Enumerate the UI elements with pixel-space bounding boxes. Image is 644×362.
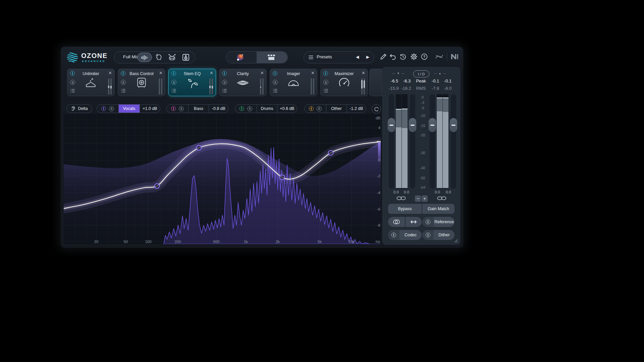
output-gain-right[interactable]: 0.0	[442, 190, 454, 194]
eq-band-node-2[interactable]	[197, 145, 201, 150]
eq-band-node-1[interactable]	[155, 184, 159, 188]
module-card-maximizer[interactable]: Maximizer×S	[320, 69, 368, 96]
stem-power-toggle[interactable]	[309, 106, 314, 111]
stem-solo-button[interactable]: S	[247, 106, 252, 111]
edit-icon[interactable]	[380, 53, 387, 60]
gain-fader-handle-2[interactable]	[409, 118, 416, 132]
gain-fader-track-1[interactable]	[389, 94, 394, 189]
stem-tab-bass[interactable]: Bass	[188, 105, 209, 113]
undo-icon[interactable]	[389, 53, 396, 60]
module-card-stem-eq[interactable]: Stem EQ×S	[168, 69, 216, 96]
eq-band-node-4[interactable]	[328, 150, 333, 155]
gain-fader-track-3[interactable]	[430, 94, 435, 189]
input-gain-right[interactable]: 0.0	[400, 190, 413, 194]
stem-gain-value[interactable]: +1.0 dB	[140, 105, 160, 113]
module-card-unlimiter[interactable]: Unlimiter×S	[67, 69, 115, 96]
module-meter-left	[361, 78, 363, 95]
stem-solo-button[interactable]: S	[317, 106, 322, 111]
stem-solo-button[interactable]: S	[109, 106, 114, 111]
gain-fader-handle-1[interactable]	[388, 118, 395, 132]
mono-stereo-button[interactable]	[388, 217, 405, 227]
overlap-circles-icon	[392, 219, 400, 225]
imager-module-icon	[270, 77, 317, 88]
module-close-icon[interactable]: ×	[261, 70, 264, 76]
swap-channels-button[interactable]	[406, 217, 422, 227]
preset-list-icon[interactable]	[308, 55, 314, 60]
stem-power-toggle[interactable]	[239, 106, 244, 111]
reference-power-icon[interactable]	[426, 220, 430, 224]
stem-eq-spectrum-view[interactable]: 20501002005001k2k5k10kHzdB420-2-4-6-8	[64, 114, 381, 245]
gain-fader-track-4[interactable]	[451, 94, 456, 189]
meter-zoom-in-button[interactable]: +	[422, 195, 428, 202]
presets-browser[interactable]: Presets ◀ ▶	[304, 51, 374, 63]
stem-gain-value[interactable]: -0.8 dB	[209, 105, 228, 113]
delta-button[interactable]: Delta	[66, 104, 92, 113]
module-preset-list-icon[interactable]	[323, 88, 328, 93]
module-close-icon[interactable]: ×	[159, 70, 162, 76]
preset-prev-button[interactable]: ◀	[356, 55, 359, 59]
gain-match-button[interactable]: Gain Match	[422, 204, 454, 214]
spectrum-mode-icon[interactable]	[140, 54, 148, 62]
module-close-icon[interactable]: ×	[210, 70, 213, 76]
speaker-mode-icon[interactable]	[182, 53, 190, 61]
resize-grip[interactable]	[453, 238, 458, 243]
stem-tab-vocals[interactable]: Vocals	[118, 105, 140, 113]
io-toggle[interactable]: I / O	[413, 70, 429, 77]
mix-target-selector[interactable]: Full Mix	[114, 51, 195, 63]
preset-next-button[interactable]: ▶	[366, 55, 369, 59]
stem-power-toggle[interactable]	[101, 106, 106, 111]
input-meter-collapse[interactable]: —▼—	[392, 72, 405, 75]
vocal-mode-icon[interactable]	[155, 53, 163, 61]
module-slot-partial[interactable]	[369, 69, 382, 96]
output-meter-left	[437, 94, 442, 189]
assistant-view-toggle[interactable]	[226, 51, 288, 63]
drum-mode-icon[interactable]	[168, 53, 176, 61]
stem-tab-other[interactable]: Other	[326, 105, 346, 113]
bypass-button[interactable]: Bypass	[388, 204, 422, 214]
input-channel-link-icon[interactable]	[396, 196, 406, 201]
stem-solo-button[interactable]: S	[179, 106, 184, 111]
meter-scale-label: -20	[415, 133, 430, 137]
module-meter-left	[260, 78, 261, 95]
output-channel-link-icon[interactable]	[437, 196, 446, 201]
detailed-view-icon[interactable]	[267, 54, 276, 61]
eq-band-node-3[interactable]	[280, 175, 284, 180]
module-card-imager[interactable]: Imager×S	[270, 69, 317, 96]
stem-gain-value[interactable]: +0.6 dB	[277, 105, 297, 113]
module-preset-list-icon[interactable]	[121, 88, 126, 93]
stem-power-toggle[interactable]	[171, 106, 176, 111]
reference-button[interactable]: Reference	[422, 217, 454, 227]
output-meter-collapse[interactable]: —▲—	[434, 72, 446, 75]
history-icon[interactable]	[399, 53, 407, 60]
module-preset-list-icon[interactable]	[70, 88, 75, 93]
bass-module-icon	[118, 77, 165, 88]
gain-fader-handle-3[interactable]	[429, 118, 436, 132]
module-preset-list-icon[interactable]	[171, 88, 176, 93]
codec-power-icon[interactable]	[391, 233, 396, 237]
module-close-icon[interactable]: ×	[109, 70, 112, 76]
assistant-sphere-icon[interactable]	[236, 53, 245, 62]
codec-button[interactable]: Codec	[388, 230, 422, 240]
module-title: Stem EQ	[169, 71, 216, 76]
stem-gain-value[interactable]: -1.2 dB	[346, 105, 366, 113]
freq-tick-label: 50	[124, 240, 128, 244]
stem-controls: S	[167, 105, 188, 113]
stem-tab-drums[interactable]: Drums	[257, 105, 277, 113]
help-icon[interactable]: ?	[421, 53, 428, 60]
dither-power-icon[interactable]	[426, 233, 430, 237]
module-card-clarity[interactable]: Clarity×S	[219, 69, 267, 96]
module-preset-list-icon[interactable]	[222, 88, 227, 93]
gain-fader-handle-4[interactable]	[450, 118, 457, 132]
module-card-bass-control[interactable]: Bass Control×S	[118, 69, 165, 96]
meter-zoom-out-button[interactable]: −	[415, 195, 421, 202]
module-close-icon[interactable]: ×	[311, 70, 314, 76]
freq-axis-unit: Hz	[376, 240, 380, 244]
dither-button[interactable]: Dither	[422, 230, 454, 240]
gain-fader-track-2[interactable]	[410, 94, 415, 189]
stem-group-vocals: SVocals+1.0 dB	[97, 104, 160, 113]
settings-gear-icon[interactable]	[410, 53, 418, 60]
stem-reset-button[interactable]	[372, 104, 381, 114]
output-gain-left[interactable]: 0.0	[431, 190, 443, 194]
module-close-icon[interactable]: ×	[362, 70, 365, 76]
module-preset-list-icon[interactable]	[273, 88, 278, 93]
